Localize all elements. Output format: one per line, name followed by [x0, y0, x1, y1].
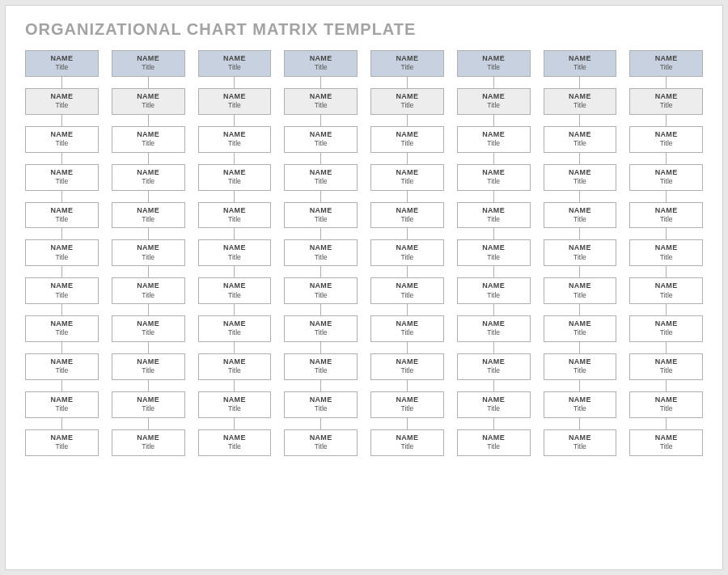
connector-line — [320, 191, 321, 202]
org-head-box: NAMETitle — [629, 50, 703, 77]
connector-line — [148, 342, 149, 353]
org-box: NAMETitle — [457, 88, 531, 115]
org-box-title: Title — [458, 63, 530, 72]
org-box-title: Title — [544, 215, 616, 224]
org-box-title: Title — [112, 328, 184, 337]
org-box-name: NAME — [458, 433, 530, 442]
org-box-title: Title — [544, 328, 616, 337]
org-box-name: NAME — [112, 243, 184, 252]
connector-line — [493, 115, 494, 126]
org-box: NAMETitle — [544, 239, 617, 266]
connector-line — [493, 77, 494, 88]
org-box: NAMETitle — [198, 239, 272, 266]
org-box-title: Title — [112, 253, 184, 262]
org-box-name: NAME — [371, 357, 443, 366]
org-box: NAMETitle — [544, 391, 617, 418]
org-box-name: NAME — [26, 168, 98, 177]
connector-line — [61, 304, 62, 315]
connector-line — [234, 266, 235, 277]
org-box: NAMETitle — [198, 277, 272, 304]
org-box-title: Title — [544, 63, 616, 72]
org-box-name: NAME — [371, 395, 443, 404]
org-box-name: NAME — [112, 395, 184, 404]
org-box-title: Title — [544, 404, 616, 413]
org-box-name: NAME — [285, 433, 357, 442]
org-box-name: NAME — [544, 395, 616, 404]
org-box-name: NAME — [285, 206, 357, 215]
org-box-title: Title — [199, 63, 271, 72]
org-box: NAMETitle — [457, 126, 531, 153]
org-box: NAMETitle — [25, 202, 99, 229]
org-box: NAMETitle — [544, 126, 617, 153]
org-box-title: Title — [112, 63, 184, 72]
org-box: NAMETitle — [112, 315, 185, 342]
org-box-title: Title — [371, 253, 443, 262]
connector-line — [579, 342, 580, 353]
org-box-name: NAME — [199, 243, 271, 252]
org-box-name: NAME — [285, 395, 357, 404]
org-box-name: NAME — [630, 395, 702, 404]
org-box-title: Title — [199, 215, 271, 224]
org-box-title: Title — [630, 328, 702, 337]
org-box: NAMETitle — [370, 202, 444, 229]
org-box-name: NAME — [26, 357, 98, 366]
connector-line — [148, 266, 149, 277]
org-box: NAMETitle — [457, 353, 531, 380]
org-box-name: NAME — [112, 130, 184, 139]
connector-line — [493, 191, 494, 202]
connector-line — [234, 115, 235, 126]
connector-line — [666, 153, 667, 164]
org-box-title: Title — [285, 442, 357, 451]
connector-line — [234, 228, 235, 239]
org-box-name: NAME — [630, 92, 702, 101]
org-box-title: Title — [630, 63, 702, 72]
connector-line — [407, 77, 408, 88]
connector-line — [234, 418, 235, 429]
org-head-box: NAMETitle — [370, 50, 444, 77]
org-head-box: NAMETitle — [284, 50, 358, 77]
org-box-name: NAME — [630, 433, 702, 442]
connector-line — [579, 266, 580, 277]
org-box-title: Title — [285, 404, 357, 413]
org-box-name: NAME — [371, 433, 443, 442]
connector-line — [61, 153, 62, 164]
org-box: NAMETitle — [457, 429, 531, 456]
connector-line — [234, 191, 235, 202]
org-box-title: Title — [371, 215, 443, 224]
org-box-title: Title — [544, 442, 616, 451]
org-column: NAMETitleNAMETitleNAMETitleNAMETitleNAME… — [112, 50, 185, 456]
connector-line — [579, 115, 580, 126]
connector-line — [320, 153, 321, 164]
org-box: NAMETitle — [112, 239, 185, 266]
org-box: NAMETitle — [25, 391, 99, 418]
org-box: NAMETitle — [370, 277, 444, 304]
org-box-name: NAME — [630, 130, 702, 139]
org-box-name: NAME — [285, 281, 357, 290]
org-box-title: Title — [458, 101, 530, 110]
org-box-name: NAME — [285, 243, 357, 252]
org-box-name: NAME — [371, 319, 443, 328]
org-box-name: NAME — [371, 92, 443, 101]
org-box-title: Title — [371, 177, 443, 186]
org-box: NAMETitle — [198, 126, 272, 153]
org-box-title: Title — [26, 215, 98, 224]
org-box: NAMETitle — [457, 391, 531, 418]
org-box-title: Title — [285, 253, 357, 262]
org-box: NAMETitle — [370, 88, 444, 115]
org-box-name: NAME — [112, 54, 184, 63]
connector-line — [148, 418, 149, 429]
org-box-name: NAME — [544, 130, 616, 139]
org-box-name: NAME — [112, 281, 184, 290]
org-box-name: NAME — [285, 54, 357, 63]
org-box-title: Title — [199, 366, 271, 375]
org-box-name: NAME — [371, 243, 443, 252]
org-box: NAMETitle — [112, 277, 185, 304]
connector-line — [320, 304, 321, 315]
org-box: NAMETitle — [544, 164, 617, 191]
org-box-title: Title — [458, 215, 530, 224]
org-box: NAMETitle — [629, 277, 703, 304]
connector-line — [666, 266, 667, 277]
org-box: NAMETitle — [629, 391, 703, 418]
connector-line — [320, 77, 321, 88]
org-box-name: NAME — [630, 54, 702, 63]
